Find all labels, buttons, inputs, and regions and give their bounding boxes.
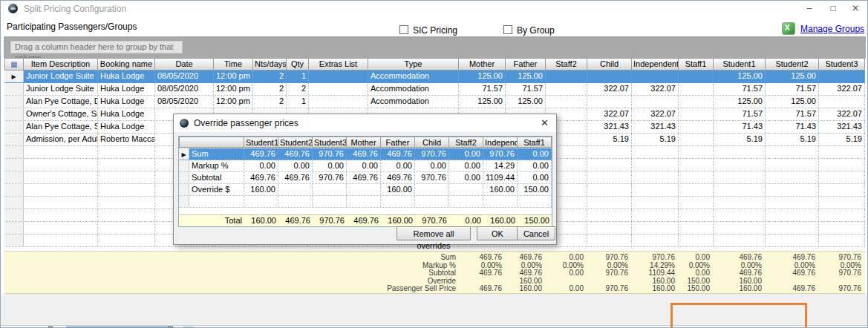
cell[interactable]: Huka Lodge: [98, 108, 155, 120]
column-header[interactable]: Type: [368, 58, 459, 70]
cell[interactable]: 12:00 pm: [214, 96, 253, 108]
cell[interactable]: 71.57: [714, 83, 766, 95]
dialog-value-cell[interactable]: 0.00: [518, 172, 552, 183]
dialog-value-cell[interactable]: 0.00: [518, 160, 552, 171]
column-header[interactable]: Student1: [714, 58, 766, 70]
cell[interactable]: Huka Lodge: [98, 70, 155, 82]
cell[interactable]: [632, 96, 679, 108]
cell[interactable]: [679, 70, 714, 82]
cell[interactable]: Junior Lodge Suite , Double: [24, 70, 98, 82]
column-header[interactable]: Booking name: [98, 58, 155, 70]
column-header[interactable]: Child: [587, 58, 632, 70]
cell[interactable]: 322.07: [632, 83, 679, 95]
dialog-column-header[interactable]: Staff2: [449, 137, 483, 148]
cell[interactable]: [546, 96, 587, 108]
dialog-value-cell[interactable]: 0.00: [347, 160, 381, 171]
column-header[interactable]: Item Description: [24, 58, 98, 70]
dialog-value-cell[interactable]: 0.00: [244, 160, 278, 171]
dialog-value-cell[interactable]: 469.76: [381, 172, 415, 183]
cell[interactable]: Alan Pye Cottage, Double: [24, 96, 98, 108]
dialog-value-cell[interactable]: 0.00: [449, 172, 483, 183]
column-header[interactable]: Staff1: [679, 58, 714, 70]
dialog-column-header[interactable]: Mother: [347, 137, 381, 148]
dialog-value-cell[interactable]: 1109.44: [483, 172, 518, 183]
dialog-column-header[interactable]: Student2: [278, 137, 313, 148]
cell[interactable]: 71.57: [714, 108, 766, 120]
cell[interactable]: 322.07: [587, 108, 632, 120]
cell[interactable]: 125.00: [766, 96, 819, 108]
dialog-close-icon[interactable]: ✕: [541, 117, 549, 128]
cell[interactable]: [819, 96, 865, 108]
dialog-value-cell[interactable]: 469.76: [381, 148, 415, 160]
cell[interactable]: [546, 70, 587, 82]
column-header[interactable]: Mother: [459, 58, 506, 70]
dialog-value-cell[interactable]: 0.00: [415, 160, 449, 171]
cell[interactable]: 71.57: [766, 83, 819, 95]
cell[interactable]: 5.19: [587, 134, 632, 145]
cell[interactable]: 125.00: [506, 96, 546, 108]
cell[interactable]: 5.19: [766, 134, 819, 145]
cell[interactable]: 71.57: [766, 108, 819, 120]
table-row[interactable]: Junior Lodge Suite . SingleHuka Lodge08/…: [4, 83, 865, 96]
dialog-value-cell[interactable]: 160.00: [244, 184, 278, 195]
dialog-corner-cell[interactable]: [179, 137, 244, 148]
dialog-value-cell[interactable]: 0.00: [449, 160, 483, 171]
sic-pricing-checkbox[interactable]: [399, 25, 408, 34]
cell[interactable]: [587, 96, 632, 108]
dialog-row[interactable]: Markup %0.000.000.000.000.000.000.0014.2…: [179, 160, 552, 172]
dialog-value-cell[interactable]: 469.76: [244, 148, 278, 160]
cell[interactable]: 125.00: [459, 70, 506, 82]
dialog-row[interactable]: ▶Sum469.76469.76970.76469.76469.76970.76…: [179, 148, 552, 160]
cell[interactable]: Alan Pye Cottage, Single: [24, 121, 98, 133]
cell[interactable]: 71.57: [506, 83, 546, 95]
column-header[interactable]: Extras List: [309, 58, 368, 70]
dialog-value-cell[interactable]: [278, 184, 313, 195]
dialog-value-cell[interactable]: 0.00: [381, 160, 415, 171]
cell[interactable]: Roberto Maccari: [98, 134, 155, 145]
cell[interactable]: 2: [253, 70, 287, 82]
cell[interactable]: [679, 108, 714, 120]
column-chooser-cell[interactable]: ▦: [4, 58, 24, 70]
cell[interactable]: 125.00: [714, 96, 766, 108]
cell[interactable]: 08/05/2020: [155, 83, 214, 95]
dialog-value-cell[interactable]: [415, 184, 449, 195]
cell[interactable]: [632, 70, 679, 82]
cell[interactable]: 5.19: [632, 134, 679, 145]
dialog-column-header[interactable]: Father: [381, 137, 415, 148]
cell[interactable]: 12:00 pm: [214, 83, 253, 95]
column-header[interactable]: Date: [155, 58, 214, 70]
cell[interactable]: 2: [253, 83, 287, 95]
table-row[interactable]: ▶Junior Lodge Suite , DoubleHuka Lodge08…: [4, 70, 865, 83]
cell[interactable]: 125.00: [506, 70, 546, 82]
cell[interactable]: [309, 96, 368, 108]
cell[interactable]: 125.00: [459, 96, 506, 108]
cell[interactable]: 321.43: [819, 121, 865, 133]
cell[interactable]: [546, 83, 587, 95]
cell[interactable]: [679, 96, 714, 108]
dialog-value-cell[interactable]: 970.76: [313, 172, 347, 183]
dialog-value-cell[interactable]: 970.76: [415, 172, 449, 183]
cell[interactable]: Admission, per Adult (up to..: [24, 134, 98, 145]
cell[interactable]: 125.00: [714, 70, 766, 82]
cell[interactable]: 322.07: [632, 108, 679, 120]
cell[interactable]: 08/05/2020: [155, 70, 214, 82]
cell[interactable]: 322.07: [587, 83, 632, 95]
dialog-column-header[interactable]: Student3: [313, 137, 347, 148]
dialog-value-cell[interactable]: 469.76: [244, 172, 278, 183]
cell[interactable]: 321.43: [632, 121, 679, 133]
dialog-value-cell[interactable]: 469.76: [347, 148, 381, 160]
dialog-row[interactable]: Subtotal469.76469.76970.76469.76469.7697…: [179, 172, 552, 184]
dialog-value-cell[interactable]: 0.00: [518, 148, 552, 160]
dialog-column-header[interactable]: Staff1: [518, 137, 552, 148]
column-header[interactable]: Qty: [287, 58, 309, 70]
dialog-column-header[interactable]: Student1: [244, 137, 278, 148]
dialog-value-cell[interactable]: 469.76: [278, 148, 313, 160]
dialog-column-header[interactable]: Child: [415, 137, 449, 148]
cell[interactable]: 125.00: [766, 70, 819, 82]
cell[interactable]: 08/05/2020: [155, 96, 214, 108]
cell[interactable]: Huka Lodge: [98, 83, 155, 95]
column-header[interactable]: Father: [506, 58, 546, 70]
cell[interactable]: 5.19: [714, 134, 766, 145]
cell[interactable]: [679, 134, 714, 145]
column-header[interactable]: Staff2: [546, 58, 587, 70]
